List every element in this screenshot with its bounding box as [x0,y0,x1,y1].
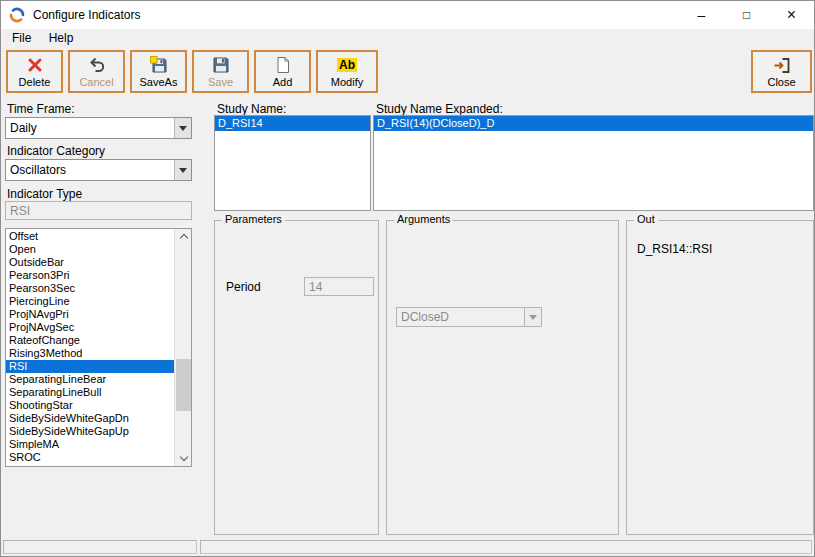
scroll-down-icon[interactable] [175,451,192,466]
arguments-dropdown: DCloseD [396,307,542,327]
menu-file[interactable]: File [5,29,38,47]
minimize-button[interactable]: – [679,1,724,29]
study-name-label: Study Name: [217,102,286,116]
indicator-list-item[interactable]: ProjNAvgPri [6,308,174,321]
save-icon [212,56,230,74]
delete-button[interactable]: Delete [6,50,63,93]
study-name-expanded-list: D_RSI(14)(DCloseD)_D [373,115,814,211]
indicator-list-item[interactable]: Offset [6,230,174,243]
save-as-icon [150,56,168,74]
indicator-list-item[interactable]: SideBySideWhiteGapUp [6,425,174,438]
window-title: Configure Indicators [33,8,140,22]
indicator-list-item[interactable]: ShootingStar [6,399,174,412]
arguments-group: Arguments [386,220,619,535]
saveas-button[interactable]: SaveAs [130,50,187,93]
arguments-group-title: Arguments [394,213,453,225]
out-value: D_RSI14::RSI [637,242,712,256]
toolbar-button-label: Cancel [79,76,113,88]
dropdown-arrow-icon [174,118,191,138]
configure-indicators-window: Configure Indicators – □ × File Help Del… [0,0,815,557]
menu-help[interactable]: Help [42,29,81,47]
study-name-item[interactable]: D_RSI14 [215,116,370,131]
cancel-button[interactable]: Cancel [68,50,125,93]
indicator-type-input: RSI [5,201,192,220]
indicator-list-item[interactable]: SeparatingLineBear [6,373,174,386]
indicator-list-item[interactable]: Open [6,243,174,256]
toolbar-button-label: Close [767,76,795,88]
toolbar-button-label: SaveAs [140,76,178,88]
indicator-type-list: Offset Open OutsideBar Pearson3Pri Pears… [5,228,192,467]
time-frame-value: Daily [6,121,174,135]
indicator-category-label: Indicator Category [7,144,105,158]
study-name-expanded-item[interactable]: D_RSI(14)(DCloseD)_D [374,116,813,131]
maximize-button[interactable]: □ [724,1,769,29]
dropdown-arrow-icon [524,308,541,326]
exit-icon [773,56,791,74]
indicator-list-item[interactable]: SideBySideWhiteGapDn [6,412,174,425]
indicator-list-item[interactable]: SeparatingLineBull [6,386,174,399]
indicator-type-label: Indicator Type [7,187,82,201]
out-group: Out [626,220,814,535]
menu-bar: File Help [1,29,814,49]
period-input: 14 [304,277,374,296]
save-button[interactable]: Save [192,50,249,93]
close-button[interactable]: Close [751,50,812,93]
indicator-list-item[interactable]: SROC [6,451,174,464]
indicator-category-dropdown[interactable]: Oscillators [5,159,192,181]
indicator-category-value: Oscillators [6,163,174,177]
indicator-list-items: Offset Open OutsideBar Pearson3Pri Pears… [6,230,174,466]
toolbar-button-label: Save [208,76,233,88]
title-bar: Configure Indicators – □ × [1,1,814,29]
app-logo-icon [9,7,25,23]
out-group-title: Out [634,213,658,225]
study-name-expanded-label: Study Name Expanded: [376,102,503,116]
toolbar-button-label: Modify [331,76,363,88]
period-label: Period [226,280,261,294]
indicator-list-item[interactable]: Pearson3Sec [6,282,174,295]
close-window-button[interactable]: × [769,1,814,29]
dropdown-arrow-icon [174,160,191,180]
indicator-list-item[interactable]: Rising3Method [6,347,174,360]
minimize-icon: – [698,7,706,23]
toolbar-button-label: Add [273,76,293,88]
indicator-list-item[interactable]: ProjNAvgSec [6,321,174,334]
indicator-list-item[interactable]: SimpleMA [6,438,174,451]
status-panel-right [200,540,812,554]
modify-icon: Ab [337,56,357,74]
undo-icon [88,56,106,74]
parameters-group-title: Parameters [222,213,285,225]
toolbar-button-label: Delete [19,76,51,88]
indicator-list-item[interactable]: RateofChange [6,334,174,347]
time-frame-label: Time Frame: [7,102,75,116]
add-button[interactable]: Add [254,50,311,93]
status-panel-left [3,540,197,554]
arguments-value: DCloseD [397,310,524,324]
modify-button[interactable]: Ab Modify [316,50,378,93]
indicator-list-item[interactable]: PiercingLine [6,295,174,308]
time-frame-dropdown[interactable]: Daily [5,117,192,139]
maximize-icon: □ [743,8,750,22]
study-name-list: D_RSI14 [214,115,371,211]
scrollbar-thumb[interactable] [176,359,191,411]
new-document-icon [275,56,291,74]
indicator-list-item[interactable]: OutsideBar [6,256,174,269]
indicator-list-scrollbar[interactable] [174,229,191,466]
indicator-list-item[interactable]: Pearson3Pri [6,269,174,282]
delete-icon [27,56,43,74]
scroll-up-icon[interactable] [175,229,192,244]
indicator-list-item-selected[interactable]: RSI [6,360,174,373]
close-icon: × [787,6,796,24]
parameters-group: Parameters [214,220,379,535]
